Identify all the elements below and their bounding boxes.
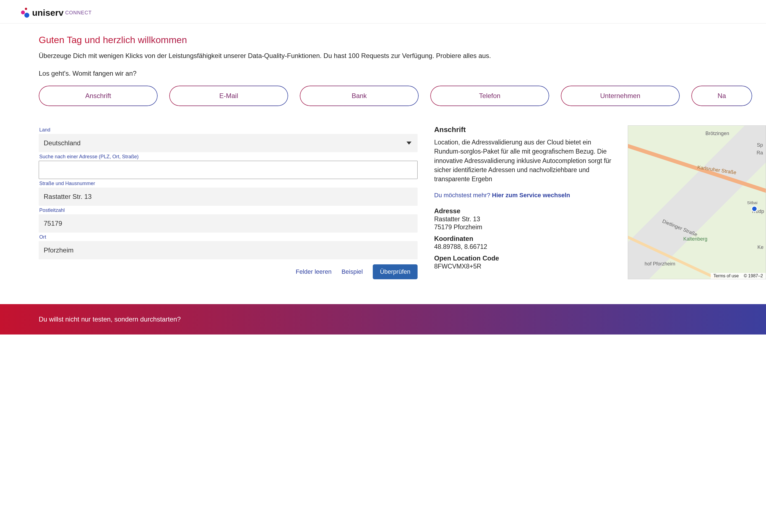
footer-cta-text: Du willst nicht nur testen, sondern durc… <box>39 315 181 323</box>
olc-value: 8FWCVMX8+5R <box>434 263 617 270</box>
logo-icon <box>20 7 31 18</box>
land-select[interactable] <box>39 134 418 152</box>
verify-button[interactable]: Überprüfen <box>373 264 418 279</box>
street-input[interactable] <box>39 188 418 206</box>
intro-text: Überzeuge Dich mit wenigen Klicks von de… <box>39 52 766 60</box>
map-marker-icon <box>751 206 757 212</box>
map-label: Kaltenberg <box>683 236 707 242</box>
page-title: Guten Tag und herzlich willkommen <box>39 35 766 45</box>
brand-sub: CONNECT <box>65 10 92 16</box>
example-button[interactable]: Beispiel <box>342 268 363 275</box>
coords-heading: Koordinaten <box>434 235 617 243</box>
pill-unternehmen[interactable]: Unternehmen <box>561 86 680 106</box>
form-column: Land Suche nach einer Adresse (PLZ, Ort,… <box>39 125 418 279</box>
map-label: Sitbai <box>747 200 757 205</box>
clear-fields-button[interactable]: Felder leeren <box>296 268 332 275</box>
map-label: Ke <box>757 244 764 250</box>
footer-cta-bar: Du willst nicht nur testen, sondern durc… <box>0 304 766 335</box>
map-copyright: © 1987–2 <box>744 273 763 278</box>
map-label: Dietlinger Straße <box>662 218 698 238</box>
map-label: Ra <box>757 150 763 156</box>
plz-input[interactable] <box>39 214 418 233</box>
pill-na[interactable]: Na <box>691 86 752 106</box>
service-switch-link[interactable]: Hier zum Service wechseln <box>492 192 570 199</box>
pill-bank[interactable]: Bank <box>300 86 419 106</box>
olc-heading: Open Location Code <box>434 254 617 262</box>
pill-telefon[interactable]: Telefon <box>430 86 549 106</box>
map-label: hof Pforzheim <box>645 261 675 267</box>
address-line2: 75179 Pforzheim <box>434 223 617 231</box>
info-text-column: Anschrift Location, die Adressvalidierun… <box>434 125 617 279</box>
address-line1: Rastatter Str. 13 <box>434 215 617 223</box>
plz-label: Postleitzahl <box>39 207 418 213</box>
prompt-text: Los geht's. Womit fangen wir an? <box>39 70 766 77</box>
category-pills: Anschrift E-Mail Bank Telefon Unternehme… <box>39 86 766 106</box>
land-label: Land <box>39 127 418 133</box>
search-label: Suche nach einer Adresse (PLZ, Ort, Stra… <box>39 154 418 160</box>
address-heading: Adresse <box>434 207 617 215</box>
address-search-input[interactable] <box>39 161 418 179</box>
map-attribution: Terms of use © 1987–2 <box>711 273 766 279</box>
street-label: Straße und Hausnummer <box>39 181 418 186</box>
info-title: Anschrift <box>434 125 617 134</box>
ort-label: Ort <box>39 234 418 240</box>
coords-value: 48.89788, 8.66712 <box>434 243 617 251</box>
chevron-down-icon[interactable] <box>406 142 411 145</box>
map-label: Brötzingen <box>705 131 729 136</box>
brand-name: uniserv <box>32 8 64 18</box>
map[interactable]: Brötzingen Karlsruher Straße Dietlinger … <box>628 125 766 279</box>
pill-anschrift[interactable]: Anschrift <box>39 86 157 106</box>
header: uniserv CONNECT <box>0 0 766 23</box>
pill-email[interactable]: E-Mail <box>169 86 288 106</box>
more-link-row: Du möchstest mehr? Hier zum Service wech… <box>434 192 617 199</box>
info-desc: Location, die Adressvalidierung aus der … <box>434 138 617 184</box>
map-terms-link[interactable]: Terms of use <box>714 273 739 278</box>
ort-input[interactable] <box>39 241 418 259</box>
map-label: Sp <box>757 142 763 148</box>
